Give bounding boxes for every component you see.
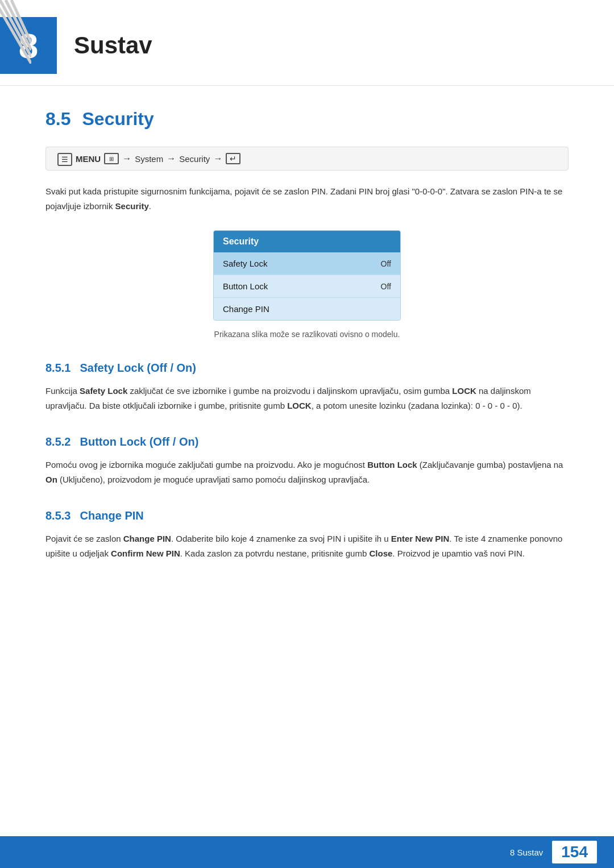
853-bold-2: Enter New PIN [391, 534, 450, 543]
chapter-header: 8 Sustav [0, 0, 614, 86]
852-text-1: Pomoću ovog je izbornika moguće zaključa… [45, 460, 367, 470]
subsection-852-number: 8.5.2 [45, 435, 70, 448]
851-text-2: zaključat će sve izbornike i gumbe na pr… [127, 386, 452, 396]
851-bold-3: LOCK [287, 401, 312, 410]
853-bold-3: Confirm New PIN [111, 549, 180, 558]
subsection-852-title: Button Lock (Off / On) [80, 435, 198, 448]
change-pin-label: Change PIN [223, 304, 269, 314]
853-text-4: . Kada zaslon za potvrdu nestane, pritis… [180, 549, 370, 558]
chapter-title: Sustav [74, 32, 152, 59]
subsection-852-heading: 8.5.2 Button Lock (Off / On) [45, 435, 569, 448]
852-text-2: (Zaključavanje gumba) postavljena na [417, 460, 563, 470]
main-content: 8.5 Security ☰ MENU ⊞ → System → Securit… [0, 109, 614, 623]
enter-icon: ↵ [226, 153, 240, 164]
footer-page-number: 154 [552, 841, 597, 863]
853-bold-1: Change PIN [123, 534, 171, 543]
menu-path: ☰ MENU ⊞ → System → Security → ↵ [45, 147, 569, 171]
ui-menu-item-change-pin[interactable]: Change PIN [214, 298, 400, 320]
subsection-851-heading: 8.5.1 Safety Lock (Off / On) [45, 362, 569, 375]
intro-bold: Security [115, 201, 149, 211]
menu-step-system: System [135, 154, 163, 164]
851-text-4: , a potom unesite lozinku (zadana lozink… [312, 401, 522, 410]
ui-menu-header: Security [214, 231, 400, 252]
851-bold-2: LOCK [452, 386, 476, 396]
safety-lock-label: Safety Lock [223, 259, 267, 268]
button-lock-value: Off [381, 282, 391, 291]
section-number: 8.5 [45, 109, 70, 130]
subsection-853-heading: 8.5.3 Change PIN [45, 509, 569, 522]
subsection-853-title: Change PIN [80, 509, 143, 522]
subsection-853-number: 8.5.3 [45, 509, 70, 522]
footer-label: 8 Sustav [510, 848, 543, 857]
button-lock-label: Button Lock [223, 281, 268, 291]
853-text-5: . Proizvod je upamtio vaš novi PIN. [392, 549, 525, 558]
subsection-851-body: Funkcija Safety Lock zaključat će sve iz… [45, 384, 569, 413]
arrow1: → [122, 153, 131, 164]
851-text-1: Funkcija [45, 386, 80, 396]
853-text-2: . Odaberite bilo koje 4 znamenke za svoj… [171, 534, 391, 543]
footer: 8 Sustav 154 [0, 836, 614, 868]
section-title: Security [82, 109, 154, 130]
menu-label: MENU [76, 154, 101, 164]
ui-menu-item-button-lock[interactable]: Button Lock Off [214, 275, 400, 298]
853-text-1: Pojavit će se zaslon [45, 534, 123, 543]
852-bold-2: On [45, 475, 57, 484]
grid-icon: ⊞ [104, 153, 119, 164]
subsection-853-body: Pojavit će se zaslon Change PIN. Odaberi… [45, 531, 569, 560]
menu-icon: ☰ [57, 154, 72, 164]
decorative-lines [0, 0, 31, 64]
intro-paragraph: Svaki put kada pristupite sigurnosnim fu… [45, 184, 569, 213]
arrow3: → [213, 153, 222, 164]
853-bold-4: Close [369, 549, 392, 558]
security-menu-ui: Security Safety Lock Off Button Lock Off… [213, 230, 401, 321]
851-bold-1: Safety Lock [80, 386, 127, 396]
safety-lock-value: Off [381, 259, 391, 268]
arrow2: → [167, 153, 176, 164]
subsection-852-body: Pomoću ovog je izbornika moguće zaključa… [45, 458, 569, 487]
852-text-3: (Uključeno), proizvodom je moguće upravl… [57, 475, 370, 484]
852-bold-1: Button Lock [367, 460, 417, 470]
ui-menu-item-safety-lock[interactable]: Safety Lock Off [214, 252, 400, 275]
ui-caption: Prikazana slika može se razlikovati ovis… [45, 330, 569, 339]
ui-screenshot-wrapper: Security Safety Lock Off Button Lock Off… [45, 230, 569, 321]
menu-step-security: Security [179, 154, 210, 164]
section-heading: 8.5 Security [45, 109, 569, 130]
intro-text-end: . [149, 201, 151, 211]
subsection-851-title: Safety Lock (Off / On) [80, 362, 196, 375]
subsection-851-number: 8.5.1 [45, 362, 70, 375]
